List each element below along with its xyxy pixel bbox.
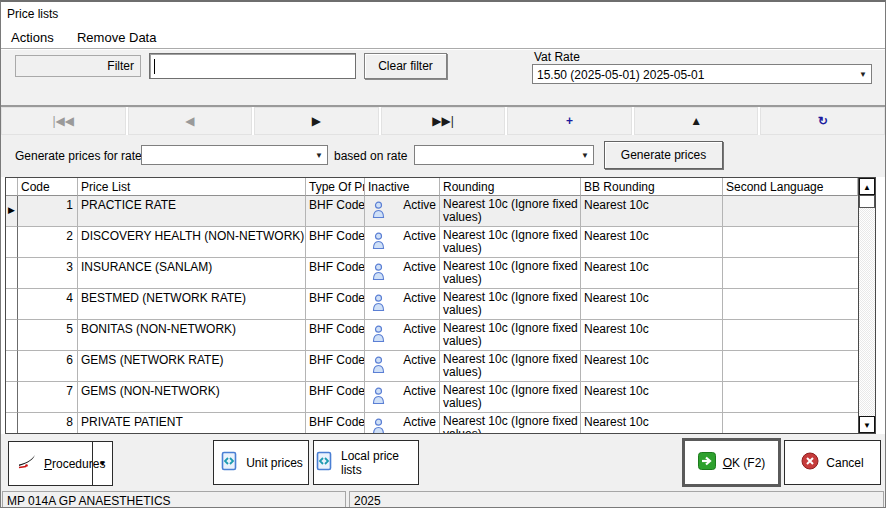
header-type-of-price[interactable]: Type Of Pri [306,178,365,196]
cancel-button[interactable]: Cancel [784,440,881,485]
local-price-lists-button[interactable]: Local price lists [313,440,419,485]
cell-price-list: BESTMED (NETWORK RATE) [78,289,306,320]
scroll-up-icon: ▲ [863,183,871,192]
generate-prices-button[interactable]: Generate prices [604,141,723,169]
cell-price-list: INSURANCE (SANLAM) [78,258,306,289]
person-icon [371,418,386,433]
generate-for-rate-select[interactable]: ▼ [141,145,328,165]
table-row[interactable]: 6 GEMS (NETWORK RATE) BHF Codes Active N… [6,351,858,382]
nav-first-button[interactable]: |◀◀ [1,107,126,135]
cell-inactive: Active [365,258,440,289]
status-year-text: 2025 [349,491,884,508]
cell-bb-rounding: Nearest 10c [581,196,723,227]
filter-panel: Filter Clear filter Vat Rate 15.50 (2025… [1,50,885,105]
cell-rounding: Nearest 10c (Ignore fixed values) [440,382,581,413]
based-on-rate-select[interactable]: ▼ [414,145,594,165]
cell-type-of-price: BHF Codes [306,196,365,227]
nav-refresh-button[interactable]: ↻ [760,107,885,135]
cell-bb-rounding: Nearest 10c [581,382,723,413]
table-row[interactable]: 2 DISCOVERY HEALTH (NON-NETWORK) BHF Cod… [6,227,858,258]
header-rounding[interactable]: Rounding [440,178,581,196]
row-selector-cell: ▶ [6,196,18,227]
nav-insert-button[interactable]: + [507,107,632,135]
header-second-language[interactable]: Second Language [723,178,858,196]
scroll-up-button[interactable]: ▲ [859,178,875,195]
cell-inactive: Active [365,413,440,433]
nav-next-button[interactable]: ▶ [254,107,379,135]
nav-last-button[interactable]: ▶▶| [381,107,506,135]
table-row[interactable]: 5 BONITAS (NON-NETWORK) BHF Codes Active… [6,320,858,351]
nav-edit-button[interactable]: ▲ [634,107,759,135]
cell-inactive: Active [365,320,440,351]
menu-bar: Actions Remove Data [1,26,885,49]
header-bb-rounding[interactable]: BB Rounding [581,178,723,196]
cell-code: 8 [18,413,78,433]
cell-second-language [723,258,858,289]
clear-filter-button[interactable]: Clear filter [364,53,447,79]
person-icon [371,294,386,315]
cell-code: 5 [18,320,78,351]
scroll-down-icon: ▼ [863,421,871,430]
cell-price-list: PRIVATE PATIENT [78,413,306,433]
table-row[interactable]: ▶ 1 PRACTICE RATE BHF Codes Active Neare… [6,196,858,227]
scrollbar-thumb[interactable] [859,195,875,208]
menu-item-actions[interactable]: Actions [1,26,64,45]
procedure-tool-icon [17,453,37,474]
cell-price-list: DISCOVERY HEALTH (NON-NETWORK) [78,227,306,258]
cell-bb-rounding: Nearest 10c [581,351,723,382]
cell-type-of-price: BHF Codes [306,320,365,351]
header-inactive[interactable]: Inactive [365,178,440,196]
cell-second-language [723,196,858,227]
cell-second-language [723,320,858,351]
grid-header: Code Price List Type Of Pri Inactive Rou… [6,178,858,196]
cell-price-list: GEMS (NETWORK RATE) [78,351,306,382]
footer-toolbar: Procedures ▼ Unit prices Local price lis… [1,434,885,490]
cancel-x-icon [801,452,819,473]
person-icon [371,325,386,346]
row-selector-cell [6,289,18,320]
header-selector [6,178,18,196]
grid-inner: Code Price List Type Of Pri Inactive Rou… [6,178,858,433]
procedures-button[interactable]: Procedures ▼ [8,441,113,486]
price-lists-window: Price lists Actions Remove Data Filter C… [0,0,886,508]
vertical-scrollbar[interactable]: ▲ ▼ [858,178,875,433]
price-document-icon [314,451,334,474]
vat-rate-label: Vat Rate [534,50,580,64]
inactive-status-text: Active [403,415,436,429]
unit-prices-button[interactable]: Unit prices [213,440,309,485]
table-row[interactable]: 7 GEMS (NON-NETWORK) BHF Codes Active Ne… [6,382,858,413]
table-row[interactable]: 4 BESTMED (NETWORK RATE) BHF Codes Activ… [6,289,858,320]
local-price-lists-label: Local price lists [341,449,418,477]
price-document-icon [219,451,239,474]
person-icon [371,356,386,377]
cell-rounding: Nearest 10c (Ignore fixed values) [440,289,581,320]
chevron-down-icon: ▼ [99,459,107,468]
procedures-dropdown-button[interactable]: ▼ [92,442,112,485]
ok-button[interactable]: OK (F2) [682,438,781,487]
cell-rounding: Nearest 10c (Ignore fixed values) [440,196,581,227]
vat-rate-select[interactable]: 15.50 (2025-05-01) 2025-05-01 ▼ [532,64,872,84]
header-price-list[interactable]: Price List [78,178,306,196]
edit-record-icon: ▲ [690,114,702,128]
filter-button[interactable]: Filter [15,55,141,77]
cell-code: 4 [18,289,78,320]
scroll-down-button[interactable]: ▼ [859,416,875,433]
filter-input-wrap[interactable] [149,53,356,79]
cell-code: 2 [18,227,78,258]
filter-input[interactable] [154,56,350,76]
insert-record-icon: + [566,114,573,128]
record-navigator: |◀◀ ◀ ▶ ▶▶| + ▲ ↻ [1,107,885,135]
row-selector-cell [6,413,18,433]
menu-item-remove-data[interactable]: Remove Data [67,26,166,45]
header-code[interactable]: Code [18,178,78,196]
table-row[interactable]: 3 INSURANCE (SANLAM) BHF Codes Active Ne… [6,258,858,289]
person-icon [371,232,386,253]
generate-prices-panel: Generate prices for rate ▼ based on rate… [1,135,885,177]
nav-prior-button[interactable]: ◀ [128,107,253,135]
cell-rounding: Nearest 10c (Ignore fixed values) [440,258,581,289]
cell-code: 3 [18,258,78,289]
person-icon [371,201,386,222]
cell-price-list: GEMS (NON-NETWORK) [78,382,306,413]
refresh-icon: ↻ [818,114,828,128]
table-row[interactable]: 8 PRIVATE PATIENT BHF Codes Active Neare… [6,413,858,433]
